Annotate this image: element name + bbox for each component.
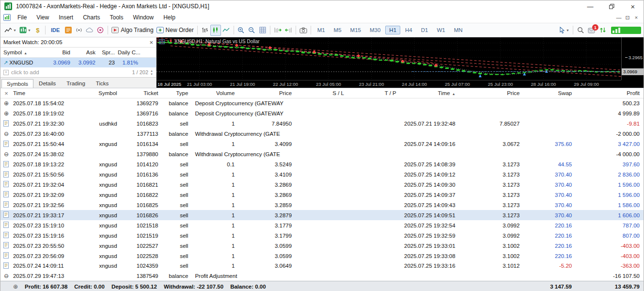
history-column-swap-11[interactable]: Swap: [523, 90, 576, 96]
history-column-price-6[interactable]: Price: [238, 90, 296, 96]
summary-deposit: Deposit: 5 500.12: [111, 284, 157, 290]
history-row-1387549[interactable]: ⊖2025.07.29 19:47:131387549balanceProfit…: [0, 271, 644, 281]
market-watch-column-spr[interactable]: Spr...: [98, 49, 118, 55]
market-watch-column-ask[interactable]: Ask: [73, 49, 98, 55]
history-row-1016825[interactable]: 2025.07.21 19:32:56xngusd1016825sell13.2…: [0, 200, 644, 210]
market-watch-column-symbol[interactable]: Symbol ▲: [0, 49, 46, 55]
screenshot-button[interactable]: [298, 25, 309, 36]
line-chart-type-button[interactable]: [221, 25, 232, 36]
menu-item-insert[interactable]: Insert: [54, 13, 78, 22]
ide-button[interactable]: IDE: [47, 25, 63, 36]
tab-ticks[interactable]: Ticks: [91, 79, 114, 88]
toolbox-close-icon[interactable]: ×: [4, 90, 8, 97]
market-watch-close-icon[interactable]: ×: [149, 39, 153, 46]
history-column-tp-8[interactable]: T / P: [348, 90, 400, 96]
zoom-in-button[interactable]: [236, 25, 247, 36]
history-row-1379880[interactable]: ⊖2025.07.24 15:38:021379880balanceWithdr…: [0, 149, 644, 160]
scroll-down-icon[interactable]: ▼: [150, 73, 153, 76]
timeframe-mn[interactable]: MN: [450, 26, 467, 34]
mdi-minimize-button[interactable]: —: [614, 15, 623, 21]
close-button[interactable]: ×: [622, 0, 644, 12]
market-watch-row-xngusd[interactable]: ↗XNGUSD3.09693.0992231.81%: [0, 58, 156, 67]
community-icon[interactable]: [95, 25, 106, 36]
menu-item-view[interactable]: View: [31, 13, 54, 22]
scroll-up-icon[interactable]: ▲: [150, 69, 153, 72]
history-column-sl-7[interactable]: S / L: [296, 90, 348, 96]
history-row-1021518[interactable]: 2025.07.23 15:19:10xngusd1021518sell13.1…: [0, 220, 644, 230]
chart-panel[interactable]: XNGUSD,H1: Natural Gas vs US Dollar 3.29…: [157, 37, 644, 88]
history-row-1022528[interactable]: 2025.07.23 20:56:09xngusd1022528sell13.0…: [0, 251, 644, 261]
history-row-1016134[interactable]: 2025.07.21 15:50:44xngusd1016134sell13.4…: [0, 139, 644, 149]
history-row-1016821[interactable]: 2025.07.21 19:32:04xngusd1016821sell13.2…: [0, 180, 644, 190]
menu-item-file[interactable]: File: [13, 13, 31, 22]
menu-item-tools[interactable]: Tools: [105, 13, 128, 22]
tab-trading[interactable]: Trading: [61, 79, 91, 88]
chart-style-dropdown[interactable]: ▼: [3, 25, 18, 36]
timeframe-d1[interactable]: D1: [417, 26, 432, 34]
timeframe-m15[interactable]: M15: [346, 26, 365, 34]
history-row-1021519[interactable]: 2025.07.23 15:19:16xngusd1021519sell13.1…: [0, 230, 644, 241]
search-icon[interactable]: [575, 25, 586, 36]
history-row-1016136[interactable]: 2025.07.21 15:50:56xngusd1016136sell13.4…: [0, 170, 644, 180]
grid-button[interactable]: [257, 25, 268, 36]
timeframe-m1[interactable]: M1: [314, 26, 329, 34]
timeframe-m5[interactable]: M5: [330, 26, 346, 34]
history-row-1024359[interactable]: 2025.07.24 14:09:11xngusd1024359sell13.0…: [0, 261, 644, 271]
history-column-price-10[interactable]: Price: [459, 90, 524, 96]
auto-scroll-button[interactable]: [272, 25, 283, 36]
history-row-1022527[interactable]: 2025.07.23 20:55:50xngusd1022527sell13.0…: [0, 241, 644, 251]
timeframe-h4[interactable]: H4: [401, 26, 416, 34]
cloud-icon[interactable]: [84, 25, 95, 36]
history-column-time-1[interactable]: Time: [12, 90, 75, 96]
tab-symbols[interactable]: Symbols: [1, 79, 33, 88]
indicators-dropdown[interactable]: ▼: [18, 25, 32, 36]
market-watch-column-bid[interactable]: Bid: [46, 49, 73, 55]
symbols-scroll-buttons[interactable]: ▲▼: [150, 69, 153, 76]
restore-button[interactable]: [601, 0, 622, 12]
signals-icon[interactable]: [74, 25, 84, 36]
volume: 1: [192, 263, 238, 269]
tab-details[interactable]: Details: [33, 79, 61, 88]
algo-trading-button[interactable]: Algo Trading: [110, 25, 155, 36]
history-column-profit-12[interactable]: Profit: [576, 90, 644, 96]
timeframe-m30[interactable]: M30: [366, 26, 384, 34]
menu-item-help[interactable]: Help: [158, 13, 180, 22]
chart-legend: XNGUSD,H1: Natural Gas vs US Dollar: [159, 39, 260, 44]
zoom-out-button[interactable]: [247, 25, 257, 36]
mdi-restore-button[interactable]: ⊡: [623, 15, 632, 21]
new-order-button[interactable]: New Order: [155, 25, 195, 36]
history-column-icon-0[interactable]: ×: [0, 90, 12, 97]
deposit-funds-icon[interactable]: $: [32, 25, 43, 36]
history-column-type-4[interactable]: Type: [162, 90, 192, 96]
timeframe-w1[interactable]: W1: [433, 26, 449, 34]
bars-chart-type-button[interactable]: [200, 25, 210, 36]
chart-shift-button[interactable]: [283, 25, 294, 36]
time-axis[interactable]: 18 Jul 202521 Jul 03:0021 Jul 19:0022 Ju…: [157, 80, 621, 88]
candlestick-chart-type-button[interactable]: [210, 25, 221, 36]
notifications-icon[interactable]: 1: [586, 25, 597, 35]
cursor-dropdown[interactable]: ▼: [558, 25, 571, 36]
history-column-time-9[interactable]: Time ▲: [400, 90, 459, 96]
mdi-close-button[interactable]: ×: [632, 15, 641, 21]
history-row-1016822[interactable]: 2025.07.21 19:32:09xngusd1016822sell13.2…: [0, 190, 644, 200]
history-column-symbol-2[interactable]: Symbol: [75, 90, 121, 96]
summary-withdrawal: Withdrawal: -22 107.50: [164, 284, 223, 290]
history-row-1014120[interactable]: 2025.07.18 19:13:22xngusd1014120sell0.13…: [0, 160, 644, 170]
timeframe-h1[interactable]: H1: [385, 26, 400, 34]
history-row-1369279[interactable]: ⊕2025.07.18 15:54:021369279balanceDeposi…: [0, 98, 644, 109]
market-watch-add-row[interactable]: + click to add 1 / 202 ▲▼: [0, 67, 156, 77]
history-row-1016823[interactable]: 2025.07.21 19:32:30usdhkd1016823sell17.8…: [0, 119, 644, 129]
data-traffic-icon[interactable]: [597, 25, 608, 36]
menu-item-window[interactable]: Window: [128, 13, 159, 22]
history-row-1016826[interactable]: 2025.07.21 19:33:17xngusd1016826sell13.2…: [0, 210, 644, 220]
history-row-1377113[interactable]: ⊖2025.07.23 16:40:001377113balanceWithdr…: [0, 129, 644, 139]
history-column-volume-5[interactable]: Volume: [192, 90, 238, 96]
minimize-button[interactable]: —: [580, 0, 601, 12]
market-watch-column-dailyc[interactable]: Daily C...: [118, 49, 141, 55]
history-column-ticket-3[interactable]: Ticket: [121, 90, 162, 96]
metaeditor-icon[interactable]: [63, 25, 74, 36]
menu-item-charts[interactable]: Charts: [78, 13, 105, 22]
main-area: Market Watch: 20:00:05 × Symbol ▲BidAskS…: [0, 37, 644, 88]
history-row-1369716[interactable]: ⊕2025.07.18 19:19:021369716balanceDeposi…: [0, 109, 644, 119]
price-axis[interactable]: 3.2965 3.0969: [621, 37, 644, 80]
